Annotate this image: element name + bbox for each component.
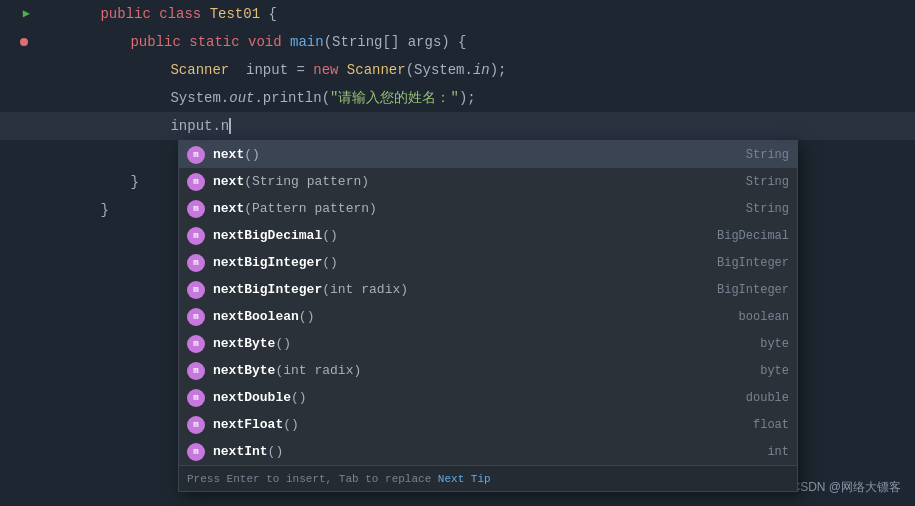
gutter-2 — [0, 38, 40, 46]
method-icon-10: m — [187, 416, 205, 434]
run-arrow-icon: ▶ — [23, 0, 30, 28]
ac-item-type-10: float — [709, 418, 789, 432]
ac-item-type-11: int — [709, 445, 789, 459]
ac-item-name-2: next(Pattern pattern) — [213, 201, 709, 216]
method-icon-5: m — [187, 281, 205, 299]
method-icon-11: m — [187, 443, 205, 461]
ac-item-9[interactable]: m nextDouble() double — [179, 384, 797, 411]
ac-item-3[interactable]: m nextBigDecimal() BigDecimal — [179, 222, 797, 249]
next-tip-button[interactable]: Next Tip — [438, 473, 491, 485]
ac-item-type-8: byte — [709, 364, 789, 378]
method-icon-9: m — [187, 389, 205, 407]
code-line-5: input.n — [0, 112, 915, 140]
ac-item-name-11: nextInt() — [213, 444, 709, 459]
ac-item-10[interactable]: m nextFloat() float — [179, 411, 797, 438]
ac-item-type-0: String — [709, 148, 789, 162]
ac-item-5[interactable]: m nextBigInteger(int radix) BigInteger — [179, 276, 797, 303]
autocomplete-dropdown: m next() String m next(String pattern) S… — [178, 140, 798, 492]
ac-item-name-0: next() — [213, 147, 709, 162]
editor-area: ▶ public class Test01 { public static vo… — [0, 0, 915, 506]
method-icon-1: m — [187, 173, 205, 191]
ac-item-6[interactable]: m nextBoolean() boolean — [179, 303, 797, 330]
ac-item-2[interactable]: m next(Pattern pattern) String — [179, 195, 797, 222]
watermark: CSDN @网络大镖客 — [791, 479, 901, 496]
ac-item-0[interactable]: m next() String — [179, 141, 797, 168]
breakpoint-icon — [20, 38, 28, 46]
ac-item-4[interactable]: m nextBigInteger() BigInteger — [179, 249, 797, 276]
ac-item-name-9: nextDouble() — [213, 390, 709, 405]
ac-item-name-5: nextBigInteger(int radix) — [213, 282, 709, 297]
method-icon-6: m — [187, 308, 205, 326]
gutter-1: ▶ — [0, 0, 40, 28]
method-icon-7: m — [187, 335, 205, 353]
autocomplete-footer: Press Enter to insert, Tab to replace Ne… — [179, 465, 797, 491]
ac-item-name-8: nextByte(int radix) — [213, 363, 709, 378]
method-icon-3: m — [187, 227, 205, 245]
ac-item-1[interactable]: m next(String pattern) String — [179, 168, 797, 195]
ac-item-name-7: nextByte() — [213, 336, 709, 351]
ac-item-type-3: BigDecimal — [709, 229, 789, 243]
ac-item-type-6: boolean — [709, 310, 789, 324]
ac-item-8[interactable]: m nextByte(int radix) byte — [179, 357, 797, 384]
ac-item-type-5: BigInteger — [709, 283, 789, 297]
text-cursor — [229, 118, 231, 134]
method-icon-0: m — [187, 146, 205, 164]
ac-item-type-7: byte — [709, 337, 789, 351]
ac-item-11[interactable]: m nextInt() int — [179, 438, 797, 465]
ac-item-type-9: double — [709, 391, 789, 405]
ac-item-name-4: nextBigInteger() — [213, 255, 709, 270]
ac-item-7[interactable]: m nextByte() byte — [179, 330, 797, 357]
method-icon-8: m — [187, 362, 205, 380]
ac-item-name-6: nextBoolean() — [213, 309, 709, 324]
ac-item-name-3: nextBigDecimal() — [213, 228, 709, 243]
ac-item-name-1: next(String pattern) — [213, 174, 709, 189]
ac-item-type-4: BigInteger — [709, 256, 789, 270]
ac-item-type-2: String — [709, 202, 789, 216]
method-icon-4: m — [187, 254, 205, 272]
ac-item-type-1: String — [709, 175, 789, 189]
footer-hint: Press Enter to insert, Tab to replace — [187, 473, 431, 485]
method-icon-2: m — [187, 200, 205, 218]
ac-item-name-10: nextFloat() — [213, 417, 709, 432]
